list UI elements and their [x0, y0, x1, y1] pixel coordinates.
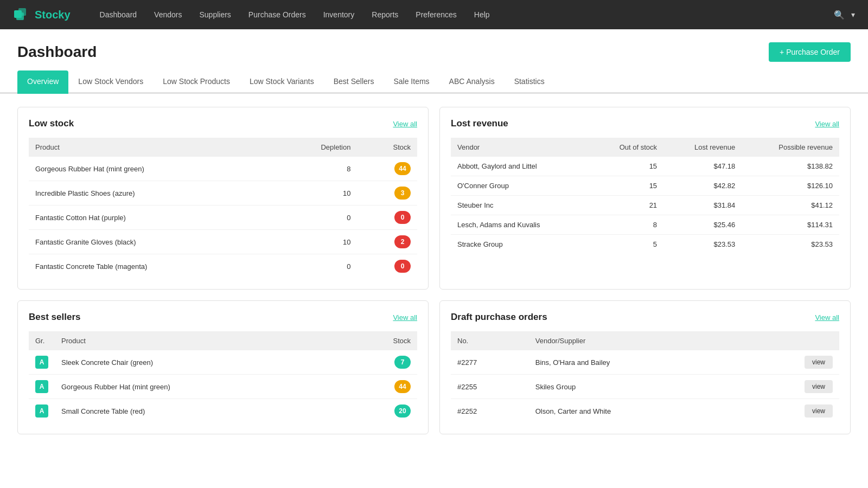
table-row: #2252 Olson, Carter and White view [451, 399, 839, 423]
nav-item-inventory[interactable]: Inventory [316, 7, 362, 22]
low-stock-stock: 3 [357, 181, 417, 206]
lost-revenue-vendor: Steuber Inc [451, 196, 590, 215]
nav-item-reports[interactable]: Reports [364, 7, 406, 22]
lost-revenue-out-of-stock: 5 [590, 235, 663, 254]
logo[interactable]: Stocky [13, 6, 71, 23]
low-stock-product: Fantastic Cotton Hat (purple) [29, 206, 273, 230]
purchase-order-button[interactable]: + Purchase Order [769, 42, 851, 62]
lost-revenue-view-all[interactable]: View all [815, 120, 839, 128]
lost-revenue-col-out-of-stock: Out of stock [590, 138, 663, 157]
table-row: Gorgeous Rubber Hat (mint green) 8 44 [29, 157, 417, 181]
low-stock-col-product: Product [29, 138, 273, 157]
tab-sale-items[interactable]: Sale Items [384, 70, 439, 94]
low-stock-product: Gorgeous Rubber Hat (mint green) [29, 157, 273, 181]
low-stock-depletion: 10 [273, 230, 357, 254]
tab-low-stock-vendors[interactable]: Low Stock Vendors [68, 70, 153, 94]
table-row: A Small Concrete Table (red) 20 [29, 399, 417, 423]
low-stock-stock: 2 [357, 230, 417, 254]
tab-abc-analysis[interactable]: ABC Analysis [439, 70, 505, 94]
table-row: Fantastic Granite Gloves (black) 10 2 [29, 230, 417, 254]
draft-po-col-action [741, 331, 839, 350]
nav-item-dashboard[interactable]: Dashboard [92, 7, 145, 22]
draft-po-view-button[interactable]: view [805, 380, 833, 393]
lost-revenue-vendor: O'Conner Group [451, 176, 590, 196]
best-sellers-col-stock: Stock [344, 331, 417, 350]
lost-revenue-possible: $138.82 [742, 157, 839, 176]
best-sellers-col-grade: Gr. [29, 331, 55, 350]
lost-revenue-col-possible: Possible revenue [742, 138, 839, 157]
best-seller-stock: 20 [344, 399, 417, 423]
draft-po-vendor: Skiles Group [529, 375, 741, 399]
draft-po-col-number: No. [451, 331, 529, 350]
best-seller-stock: 7 [344, 350, 417, 375]
lost-revenue-out-of-stock: 21 [590, 196, 663, 215]
page-title: Dashboard [17, 43, 97, 61]
draft-purchase-orders-view-all[interactable]: View all [815, 313, 839, 322]
lost-revenue-out-of-stock: 8 [590, 215, 663, 235]
lost-revenue-possible: $41.12 [742, 196, 839, 215]
low-stock-depletion: 0 [273, 254, 357, 279]
lost-revenue-out-of-stock: 15 [590, 157, 663, 176]
draft-po-vendor: Bins, O'Hara and Bailey [529, 350, 741, 375]
best-sellers-view-all[interactable]: View all [393, 313, 417, 322]
tab-low-stock-variants[interactable]: Low Stock Variants [240, 70, 324, 94]
draft-purchase-orders-header: Draft purchase orders View all [451, 312, 839, 323]
lost-revenue-card: Lost revenue View all Vendor Out of stoc… [439, 107, 851, 290]
table-row: Stracke Group 5 $23.53 $23.53 [451, 235, 839, 254]
nav-actions: 🔍 ▾ [834, 10, 855, 20]
lost-revenue-vendor: Lesch, Adams and Kuvalis [451, 215, 590, 235]
tab-statistics[interactable]: Statistics [505, 70, 554, 94]
low-stock-table: Product Depletion Stock Gorgeous Rubber … [29, 138, 417, 278]
stock-badge: 20 [394, 404, 411, 418]
low-stock-card-header: Low stock View all [29, 118, 417, 129]
stock-badge: 0 [394, 260, 411, 273]
lost-revenue-lost: $31.84 [663, 196, 742, 215]
table-row: O'Conner Group 15 $42.82 $126.10 [451, 176, 839, 196]
low-stock-title: Low stock [29, 118, 74, 129]
draft-po-view-button[interactable]: view [805, 404, 833, 418]
table-row: Fantastic Concrete Table (magenta) 0 0 [29, 254, 417, 279]
lost-revenue-lost: $25.46 [663, 215, 742, 235]
grade-badge: A [35, 356, 48, 369]
lost-revenue-lost: $23.53 [663, 235, 742, 254]
draft-po-view-cell: view [741, 350, 839, 375]
draft-po-number: #2252 [451, 399, 529, 423]
best-sellers-title: Best sellers [29, 312, 80, 323]
low-stock-stock: 44 [357, 157, 417, 181]
nav-item-purchase-orders[interactable]: Purchase Orders [241, 7, 314, 22]
lost-revenue-col-vendor: Vendor [451, 138, 590, 157]
nav-item-suppliers[interactable]: Suppliers [192, 7, 238, 22]
stock-badge: 44 [394, 380, 411, 393]
tab-best-sellers[interactable]: Best Sellers [324, 70, 384, 94]
draft-po-vendor: Olson, Carter and White [529, 399, 741, 423]
lost-revenue-possible: $126.10 [742, 176, 839, 196]
nav-item-vendors[interactable]: Vendors [146, 7, 189, 22]
nav-item-help[interactable]: Help [467, 7, 497, 22]
low-stock-product: Fantastic Concrete Table (magenta) [29, 254, 273, 279]
tab-overview[interactable]: Overview [17, 70, 68, 94]
logo-icon [13, 6, 30, 23]
lost-revenue-card-header: Lost revenue View all [451, 118, 839, 129]
svg-rect-2 [16, 12, 24, 20]
low-stock-col-depletion: Depletion [273, 138, 357, 157]
table-row: A Sleek Concrete Chair (green) 7 [29, 350, 417, 375]
low-stock-product: Fantastic Granite Gloves (black) [29, 230, 273, 254]
page-header: Dashboard + Purchase Order [0, 29, 868, 62]
nav-item-preferences[interactable]: Preferences [408, 7, 464, 22]
draft-po-view-cell: view [741, 375, 839, 399]
search-icon[interactable]: 🔍 [834, 10, 845, 20]
table-row: #2277 Bins, O'Hara and Bailey view [451, 350, 839, 375]
draft-purchase-orders-card: Draft purchase orders View all No. Vendo… [439, 300, 851, 434]
draft-purchase-orders-table: No. Vendor/Supplier #2277 Bins, O'Hara a… [451, 331, 839, 423]
table-row: Incredible Plastic Shoes (azure) 10 3 [29, 181, 417, 206]
best-seller-grade: A [29, 399, 55, 423]
tab-low-stock-products[interactable]: Low Stock Products [153, 70, 240, 94]
lost-revenue-table: Vendor Out of stock Lost revenue Possibl… [451, 138, 839, 254]
low-stock-view-all[interactable]: View all [393, 120, 417, 128]
best-seller-product: Sleek Concrete Chair (green) [55, 350, 344, 375]
navbar: Stocky Dashboard Vendors Suppliers Purch… [0, 0, 868, 29]
draft-po-view-button[interactable]: view [805, 356, 833, 369]
table-row: Lesch, Adams and Kuvalis 8 $25.46 $114.3… [451, 215, 839, 235]
best-sellers-card-header: Best sellers View all [29, 312, 417, 323]
chevron-down-icon[interactable]: ▾ [851, 10, 855, 19]
